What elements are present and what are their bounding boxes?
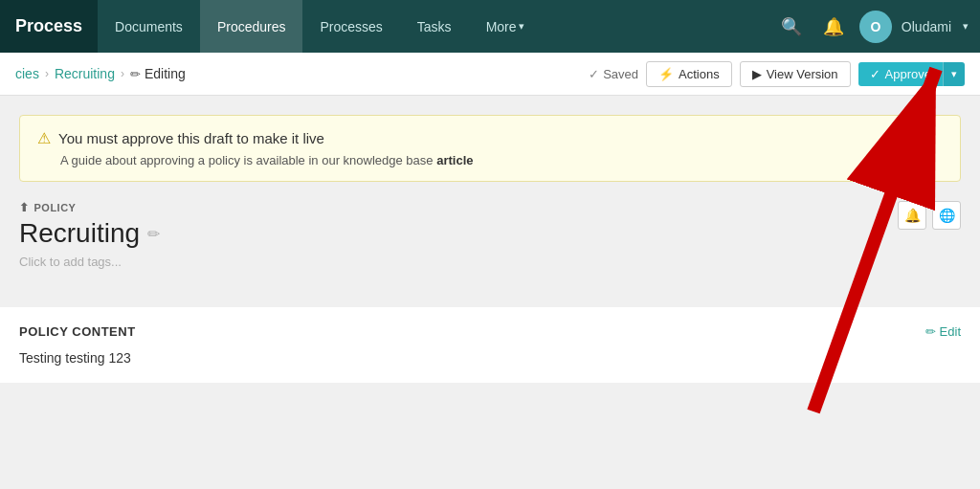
alert-link[interactable]: article — [436, 153, 473, 167]
breadcrumb-policies[interactable]: cies — [15, 66, 39, 81]
nav-tasks[interactable]: Tasks — [400, 0, 469, 53]
top-nav: Process Documents Procedures Processes T… — [0, 0, 980, 53]
globe-button[interactable]: 🌐 — [932, 201, 961, 230]
nav-right: 🔍 🔔 O Oludami ▾ — [775, 11, 980, 43]
policy-content-header: POLICY CONTENT ✏ Edit — [19, 324, 961, 339]
alert-title: ⚠ You must approve this draft to make it… — [37, 129, 943, 147]
policy-content-title: POLICY CONTENT — [19, 324, 136, 339]
breadcrumb-sep-2: › — [121, 67, 124, 80]
saved-status: ✓ Saved — [589, 67, 638, 81]
policy-meta-icons: 🔔 🌐 — [898, 201, 961, 230]
alert-warning-icon: ⚠ — [37, 129, 51, 147]
approve-button[interactable]: ✓ Approve — [858, 62, 943, 86]
content-edit-button[interactable]: ✏ Edit — [925, 324, 961, 339]
avatar[interactable]: O — [859, 11, 892, 43]
editing-pencil-icon: ✏ — [130, 67, 141, 81]
sub-nav: cies › Recruiting › ✏ Editing ✓ Saved ⚡ … — [0, 53, 980, 96]
breadcrumb: cies › Recruiting › ✏ Editing — [15, 66, 186, 81]
actions-lightning-icon: ⚡ — [658, 67, 674, 81]
more-chevron-icon: ▾ — [519, 20, 524, 33]
approve-check-icon: ✓ — [870, 67, 880, 81]
approve-dropdown-chevron-icon: ▾ — [951, 68, 957, 79]
search-button[interactable]: 🔍 — [775, 11, 808, 43]
breadcrumb-sep-1: › — [45, 67, 49, 80]
view-version-button[interactable]: ▶ View Version — [740, 61, 851, 87]
brand-logo[interactable]: Process — [0, 0, 98, 53]
view-version-play-icon: ▶ — [752, 67, 762, 81]
tags-placeholder[interactable]: Click to add tags... — [19, 255, 961, 269]
content-edit-pencil-icon: ✏ — [925, 324, 936, 339]
nav-links: Documents Procedures Processes Tasks Mor… — [98, 0, 775, 53]
alert-body: A guide about approving a policy is avai… — [37, 153, 943, 167]
policy-section: ⬆ POLICY Recruiting ✏ Click to add tags.… — [19, 201, 961, 269]
page-wrapper: Process Documents Procedures Processes T… — [0, 0, 980, 489]
policy-arrow-icon: ⬆ — [19, 201, 30, 214]
alert-box: ⚠ You must approve this draft to make it… — [19, 115, 961, 182]
policy-content-section: POLICY CONTENT ✏ Edit Testing testing 12… — [0, 307, 980, 383]
approve-dropdown-button[interactable]: ▾ — [943, 62, 965, 86]
policy-title: Recruiting ✏ — [19, 218, 961, 249]
check-icon: ✓ — [589, 67, 599, 81]
notifications-button[interactable]: 🔔 — [817, 11, 850, 43]
search-icon: 🔍 — [781, 16, 802, 37]
user-name[interactable]: Oludami — [902, 19, 951, 34]
breadcrumb-editing: ✏ Editing — [130, 66, 186, 81]
notify-bell-button[interactable]: 🔔 — [898, 201, 926, 230]
user-chevron-icon: ▾ — [963, 20, 969, 33]
globe-icon: 🌐 — [939, 208, 955, 223]
main-content: ⚠ You must approve this draft to make it… — [0, 96, 980, 288]
title-edit-icon[interactable]: ✏ — [147, 225, 160, 243]
policy-type-label: ⬆ POLICY — [19, 201, 961, 214]
notify-bell-icon: 🔔 — [904, 208, 921, 223]
nav-documents[interactable]: Documents — [98, 0, 200, 53]
policy-content-text: Testing testing 123 — [19, 350, 961, 366]
nav-processes[interactable]: Processes — [302, 0, 399, 53]
actions-button[interactable]: ⚡ Actions — [646, 61, 732, 87]
bell-icon: 🔔 — [823, 16, 844, 37]
breadcrumb-editing-label: Editing — [145, 66, 186, 81]
sub-nav-actions: ✓ Saved ⚡ Actions ▶ View Version ✓ Appro… — [589, 61, 965, 87]
approve-group: ✓ Approve ▾ — [858, 62, 965, 86]
breadcrumb-recruiting[interactable]: Recruiting — [55, 66, 115, 81]
nav-procedures[interactable]: Procedures — [200, 0, 303, 53]
nav-more[interactable]: More ▾ — [469, 0, 542, 53]
